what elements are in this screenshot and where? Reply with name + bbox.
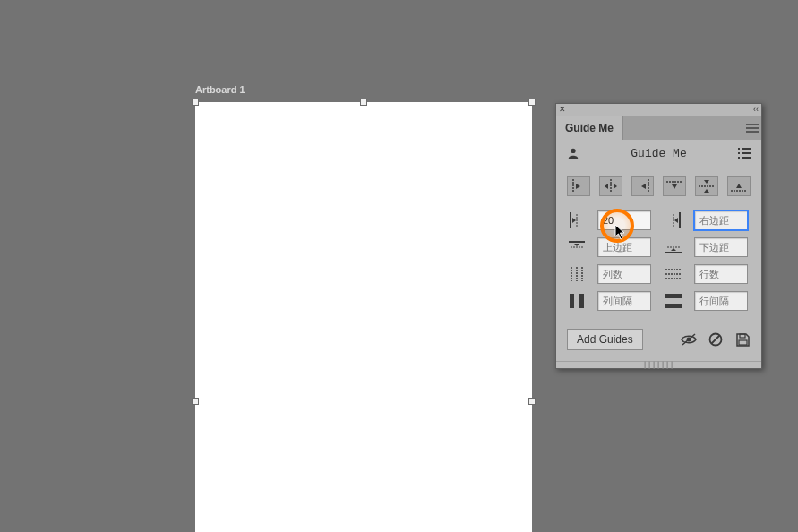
svg-marker-20 xyxy=(704,180,709,184)
clear-icon[interactable] xyxy=(708,331,724,348)
columns-icon xyxy=(567,265,587,283)
svg-rect-51 xyxy=(739,340,747,345)
svg-line-49 xyxy=(712,336,720,344)
panel-resize-grip[interactable]: ┃┃┃┃┃┃┃ xyxy=(556,361,761,368)
svg-marker-26 xyxy=(572,218,576,223)
left-margin-icon xyxy=(567,211,587,229)
columns-input[interactable] xyxy=(597,264,651,284)
close-icon[interactable]: ✕ xyxy=(559,106,566,114)
row-gap-icon xyxy=(664,292,683,310)
align-bottom-button[interactable] xyxy=(727,176,751,196)
align-left-button[interactable] xyxy=(567,176,590,196)
svg-marker-21 xyxy=(704,189,709,193)
svg-marker-29 xyxy=(674,218,678,223)
top-margin-icon xyxy=(567,238,587,256)
panel-tab-row: Guide Me xyxy=(556,116,761,140)
artboard-handle-top-middle[interactable] xyxy=(360,99,367,106)
action-row: Add Guides xyxy=(556,322,761,361)
svg-rect-9 xyxy=(742,157,751,159)
svg-rect-42 xyxy=(570,294,574,308)
tab-guide-me[interactable]: Guide Me xyxy=(556,116,623,140)
svg-rect-8 xyxy=(738,157,740,159)
panel-titlebar[interactable]: ✕ ‹‹ xyxy=(556,104,761,116)
svg-marker-18 xyxy=(672,184,677,189)
align-hcenter-button[interactable] xyxy=(599,176,622,196)
artboard-handle-mid-left[interactable] xyxy=(192,398,199,405)
align-vcenter-button[interactable] xyxy=(695,176,718,196)
list-icon[interactable] xyxy=(736,145,752,161)
bottom-margin-input[interactable] xyxy=(694,237,748,257)
svg-rect-43 xyxy=(579,294,584,308)
svg-rect-6 xyxy=(738,152,740,154)
left-margin-input[interactable] xyxy=(597,210,651,230)
artboard-handle-top-left[interactable] xyxy=(192,99,199,106)
user-icon[interactable] xyxy=(565,145,581,161)
panel-title: Guide Me xyxy=(581,147,736,160)
panel-body: Guide Me xyxy=(556,140,761,361)
right-margin-icon xyxy=(664,211,683,229)
svg-marker-14 xyxy=(614,184,617,189)
svg-point-3 xyxy=(571,149,575,153)
panel-menu-icon[interactable] xyxy=(743,116,761,140)
svg-rect-45 xyxy=(665,304,682,308)
panel-title-row: Guide Me xyxy=(556,140,761,167)
artboard-canvas[interactable] xyxy=(195,102,532,532)
svg-marker-32 xyxy=(574,244,579,246)
top-margin-input[interactable] xyxy=(597,237,651,257)
right-margin-input[interactable] xyxy=(694,210,748,230)
column-gap-icon xyxy=(567,292,587,310)
rows-input[interactable] xyxy=(694,264,748,284)
collapse-icon[interactable]: ‹‹ xyxy=(753,106,759,114)
bottom-margin-icon xyxy=(664,238,683,256)
svg-marker-23 xyxy=(736,184,742,188)
align-top-button[interactable] xyxy=(663,176,686,196)
svg-marker-13 xyxy=(605,184,608,189)
align-button-row xyxy=(556,167,761,205)
row-gap-input[interactable] xyxy=(694,291,748,311)
align-right-button[interactable] xyxy=(631,176,655,196)
save-icon[interactable] xyxy=(734,331,751,348)
guide-me-panel: ✕ ‹‹ Guide Me Guide Me xyxy=(555,103,762,369)
add-guides-button[interactable]: Add Guides xyxy=(567,329,643,350)
artboard-handle-top-right[interactable] xyxy=(528,99,536,106)
artboard-label: Artboard 1 xyxy=(195,84,245,95)
svg-rect-5 xyxy=(742,148,751,150)
svg-marker-35 xyxy=(671,248,676,251)
visibility-toggle-icon[interactable] xyxy=(681,331,697,348)
svg-marker-11 xyxy=(576,184,580,189)
rows-icon xyxy=(664,265,683,283)
svg-marker-16 xyxy=(641,184,646,189)
field-grid xyxy=(556,205,761,322)
artboard-handle-mid-right[interactable] xyxy=(528,398,536,405)
svg-rect-7 xyxy=(742,152,751,154)
svg-rect-4 xyxy=(738,148,740,150)
column-gap-input[interactable] xyxy=(597,291,651,311)
svg-rect-44 xyxy=(665,294,682,298)
